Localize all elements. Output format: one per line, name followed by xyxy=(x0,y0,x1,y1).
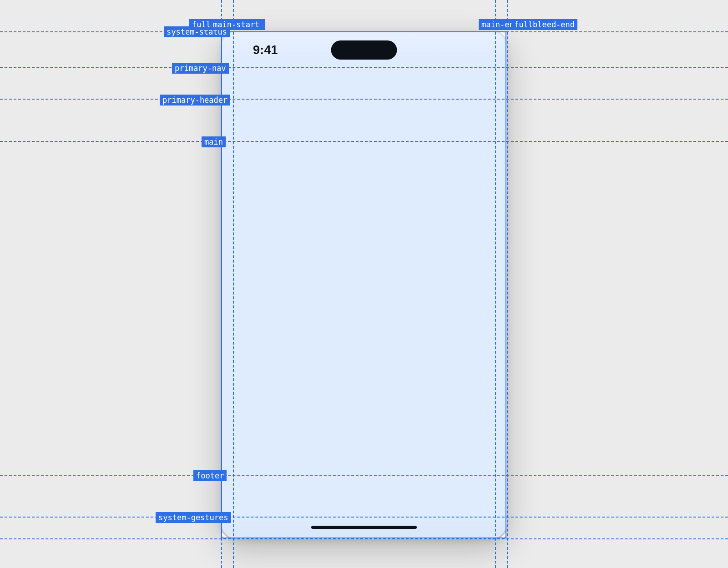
label-system-status: system-status xyxy=(164,26,230,37)
status-time: 9:41 xyxy=(253,43,278,57)
label-primary-nav: primary-nav xyxy=(172,63,229,74)
label-fullbleed-start: fullbleed-start xyxy=(189,19,265,30)
label-main-end: main-end xyxy=(479,19,521,30)
device-frame: 9:41 xyxy=(221,31,507,539)
label-main-start: main-start xyxy=(210,19,262,30)
label-system-gestures: system-gestures xyxy=(156,512,231,523)
corner-notch xyxy=(500,532,507,539)
label-fullbleed-end: fullbleed-end xyxy=(511,19,577,30)
status-bar: 9:41 xyxy=(221,31,507,67)
label-primary-header: primary-header xyxy=(160,95,230,106)
dynamic-island xyxy=(331,40,397,60)
home-indicator[interactable] xyxy=(311,526,417,529)
guide-fullbleed-end xyxy=(507,0,508,568)
corner-notch xyxy=(221,532,228,539)
